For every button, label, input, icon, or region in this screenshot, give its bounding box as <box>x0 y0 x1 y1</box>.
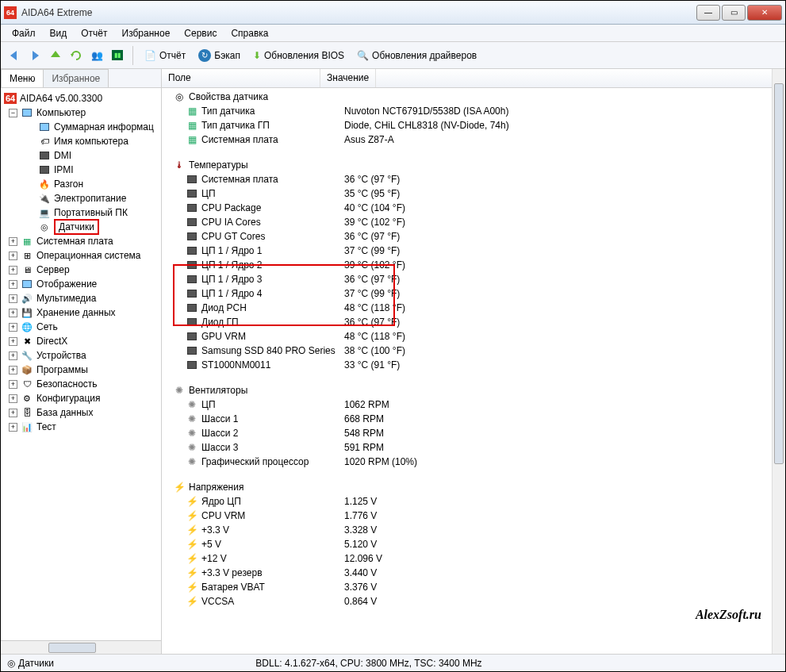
menu-favorites[interactable]: Избранное <box>116 26 177 40</box>
list-row[interactable]: CPU Package40 °C (104 °F) <box>173 201 785 215</box>
list-row[interactable]: ЦП 1 / Ядро 336 °C (97 °F) <box>173 272 785 286</box>
tree-display[interactable]: +Отображение <box>1 277 161 291</box>
list-row[interactable]: ✺Шасси 1668 RPM <box>173 412 785 426</box>
tree-multimedia[interactable]: +🔊Мультимедиа <box>1 291 161 305</box>
list-row[interactable]: ⚡Батарея VBAT3.376 V <box>173 580 785 594</box>
list-row[interactable]: ✺Шасси 3591 RPM <box>173 440 785 455</box>
tree-server[interactable]: +🖥Сервер <box>1 263 161 277</box>
menu-file[interactable]: Файл <box>6 26 42 40</box>
app-icon: 64 <box>4 6 17 19</box>
menu-service[interactable]: Сервис <box>178 26 223 40</box>
close-button[interactable]: ✕ <box>747 5 782 21</box>
tree-computer[interactable]: − Компьютер <box>1 106 161 120</box>
list-row[interactable]: ST1000NM001133 °C (91 °F) <box>173 358 785 372</box>
expand-icon[interactable]: + <box>9 409 17 417</box>
tree-test[interactable]: +📊Тест <box>1 420 161 434</box>
list-row[interactable]: ЦП 1 / Ядро 437 °C (99 °F) <box>173 286 785 301</box>
list-row[interactable]: ЦП 1 / Ядро 137 °C (99 °F) <box>173 244 785 258</box>
expand-icon[interactable]: + <box>9 423 17 432</box>
report-button[interactable]: 📄 Отчёт <box>140 48 190 63</box>
list-row[interactable]: ⚡+5 V5.120 V <box>173 537 785 551</box>
tree-network[interactable]: +🌐Сеть <box>1 320 161 334</box>
column-value[interactable]: Значение <box>320 69 376 87</box>
expand-icon[interactable]: + <box>9 309 17 317</box>
list-row[interactable]: ⚡CPU VRM1.776 V <box>173 509 785 523</box>
tree-ipmi[interactable]: IPMI <box>1 163 161 177</box>
list-row[interactable]: Диод ГП36 °C (97 °F) <box>173 315 785 329</box>
list-row[interactable]: ▦Системная платаAsus Z87-A <box>173 132 785 147</box>
list-row[interactable]: CPU GT Cores36 °C (97 °F) <box>173 229 785 244</box>
expand-icon[interactable]: + <box>9 394 17 403</box>
list-row[interactable]: ⚡+3.3 V3.328 V <box>173 523 785 537</box>
list-row[interactable]: ⚡Ядро ЦП1.125 V <box>173 494 785 509</box>
expand-icon[interactable]: + <box>9 294 17 303</box>
up-button[interactable] <box>47 47 64 64</box>
tree-security[interactable]: +🛡Безопасность <box>1 377 161 391</box>
expand-icon[interactable]: + <box>9 366 17 374</box>
tree-portable[interactable]: 💻Портативный ПК <box>1 205 161 220</box>
maximize-button[interactable]: ▭ <box>722 5 746 21</box>
refresh-button[interactable] <box>67 47 85 64</box>
minimize-button[interactable]: — <box>696 5 720 21</box>
menu-report[interactable]: Отчёт <box>75 26 113 40</box>
list-row[interactable]: Системная плата36 °C (97 °F) <box>173 172 785 186</box>
list-row[interactable]: ▦Тип датчикаNuvoton NCT6791D/5538D (ISA … <box>173 104 785 118</box>
expand-icon[interactable]: + <box>9 380 17 389</box>
users-icon[interactable]: 👥 <box>88 47 105 64</box>
row-value: 33 °C (91 °F) <box>344 359 400 371</box>
list-row[interactable]: Диод PCH48 °C (118 °F) <box>173 301 785 315</box>
tree-devices[interactable]: +🔧Устройства <box>1 348 161 363</box>
list-row[interactable]: Samsung SSD 840 PRO Series38 °C (100 °F) <box>173 344 785 358</box>
expand-icon[interactable]: + <box>9 323 17 332</box>
driver-update-button[interactable]: 🔍 Обновления драйверов <box>352 48 481 63</box>
list-row[interactable]: ЦП35 °C (95 °F) <box>173 186 785 201</box>
list-row[interactable]: ▦Тип датчика ГПDiode, CHiL CHL8318 (NV-D… <box>173 118 785 132</box>
list-body[interactable]: ◎Свойства датчика ▦Тип датчикаNuvoton NC… <box>162 88 785 654</box>
list-row[interactable]: ⚡VCCSA0.864 V <box>173 594 785 609</box>
tab-favorites[interactable]: Избранное <box>43 69 109 87</box>
tree[interactable]: 64 AIDA64 v5.00.3300 − Компьютер Суммарн… <box>1 88 161 640</box>
tree-summary[interactable]: Суммарная информац <box>1 120 161 134</box>
tree-power[interactable]: 🔌Электропитание <box>1 191 161 205</box>
tree-computer-name[interactable]: 🏷Имя компьютера <box>1 134 161 148</box>
tab-menu[interactable]: Меню <box>1 69 44 87</box>
tree-programs[interactable]: +📦Программы <box>1 363 161 377</box>
list-row[interactable]: ⚡+12 V12.096 V <box>173 551 785 566</box>
tree-sensors[interactable]: ◎Датчики <box>1 220 161 234</box>
list-row[interactable]: CPU IA Cores39 °C (102 °F) <box>173 215 785 229</box>
tree-database[interactable]: +🗄База данных <box>1 405 161 420</box>
menu-view[interactable]: Вид <box>44 26 74 40</box>
bios-update-button[interactable]: ⬇ Обновления BIOS <box>248 48 349 63</box>
collapse-icon[interactable]: − <box>9 109 17 117</box>
backup-button[interactable]: ↻ Бэкап <box>194 48 245 63</box>
expand-icon[interactable]: + <box>9 237 17 246</box>
expand-icon[interactable]: + <box>9 351 17 360</box>
tree-dmi[interactable]: DMI <box>1 148 161 163</box>
tree-storage[interactable]: +💾Хранение данных <box>1 305 161 320</box>
list-row[interactable]: ✺Шасси 2548 RPM <box>173 426 785 440</box>
tree-overclock[interactable]: 🔥Разгон <box>1 177 161 191</box>
expand-icon[interactable]: + <box>9 252 17 260</box>
list-row[interactable]: ✺ЦП1062 RPM <box>173 397 785 412</box>
expand-icon[interactable]: + <box>9 337 17 346</box>
status-right: BDLL: 4.1.627-x64, CPU: 3800 MHz, TSC: 3… <box>54 658 684 669</box>
forward-button[interactable] <box>26 47 44 64</box>
horizontal-scrollbar[interactable] <box>1 640 161 654</box>
tree-motherboard[interactable]: +▦Системная плата <box>1 234 161 248</box>
column-field[interactable]: Поле <box>162 69 320 87</box>
tree-root[interactable]: 64 AIDA64 v5.00.3300 <box>1 91 161 106</box>
list-row[interactable]: ЦП 1 / Ядро 239 °C (102 °F) <box>173 258 785 272</box>
menu-help[interactable]: Справка <box>224 26 274 40</box>
list-row[interactable]: ✺Графический процессор1020 RPM (10%) <box>173 455 785 469</box>
expand-icon[interactable]: + <box>9 266 17 275</box>
tree-directx[interactable]: +✖DirectX <box>1 334 161 348</box>
vertical-scrollbar[interactable] <box>772 69 785 654</box>
list-row[interactable]: ⚡+3.3 V резерв3.440 V <box>173 566 785 580</box>
expand-icon[interactable]: + <box>9 280 17 289</box>
tree-config[interactable]: +⚙Конфигурация <box>1 391 161 405</box>
back-button[interactable] <box>6 47 23 64</box>
row-icon <box>186 361 198 369</box>
tree-os[interactable]: +⊞Операционная система <box>1 248 161 263</box>
lcd-icon[interactable]: ▮▮ <box>109 47 126 64</box>
list-row[interactable]: GPU VRM48 °C (118 °F) <box>173 329 785 344</box>
